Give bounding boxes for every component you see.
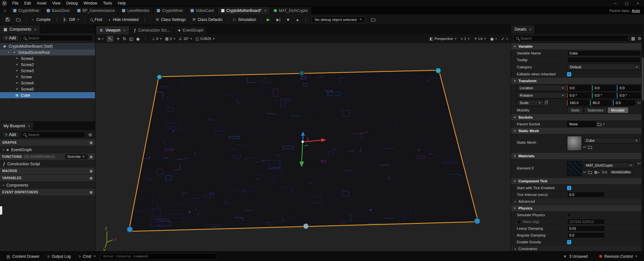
frame-skip-button[interactable]: ▶| — [273, 16, 283, 23]
menu-debug[interactable]: Debug — [63, 1, 80, 5]
add-blueprint-item-button[interactable]: +Add — [2, 131, 19, 138]
details-scrollbar-thumb[interactable] — [642, 57, 644, 101]
minimize-button[interactable]: ─ — [614, 1, 617, 5]
add-variable-icon[interactable]: ⊕ — [90, 176, 93, 180]
hide-unrelated-button[interactable]: ◐Hide Unrelated — [106, 16, 141, 23]
static-mesh-section-header[interactable]: ▼Static Mesh — [511, 128, 644, 134]
reset-to-default-icon[interactable]: ↩ — [638, 161, 641, 166]
maximize-button[interactable]: ▢ — [625, 1, 628, 5]
stop-button[interactable]: ■ — [284, 16, 292, 23]
slot-name-chip[interactable]: WorldGridMa — [609, 170, 633, 175]
details-search-input[interactable] — [521, 36, 626, 40]
tree-item-screw2[interactable]: ⌖Screw2 — [0, 62, 95, 68]
socket-clear-icon[interactable]: × — [603, 122, 605, 126]
add-macro-icon[interactable]: ⊕ — [90, 169, 93, 173]
simulation-button[interactable]: ▷Simulation — [230, 16, 259, 23]
material-thumbnail[interactable] — [567, 161, 582, 176]
parent-class-link[interactable]: Actor — [632, 9, 640, 13]
tab-viewport[interactable]: ◧Viewport× — [96, 26, 129, 34]
blueprint-settings-gear-icon[interactable]: ⚙ — [87, 132, 93, 137]
scale-x-field[interactable]: 160.0 — [567, 100, 589, 106]
my-blueprint-search[interactable] — [21, 131, 85, 138]
override-dropdown[interactable]: Override▼ — [65, 154, 88, 159]
collapsed-panel-handle[interactable] — [0, 206, 2, 215]
details-tab[interactable]: Details × — [511, 25, 535, 34]
components-tab[interactable]: ▦ Components × — [0, 25, 40, 34]
use-selected-asset-icon[interactable]: ↩ — [583, 145, 586, 149]
close-icon[interactable]: × — [34, 27, 36, 31]
details-search[interactable] — [514, 35, 629, 42]
tree-item-screw5[interactable]: ⌖Screw5 — [0, 86, 95, 92]
browse-asset-icon[interactable] — [588, 170, 592, 174]
play-button[interactable]: ▶ — [264, 16, 273, 23]
location-x-field[interactable]: 0.0 — [567, 85, 591, 91]
macros-section-header[interactable]: MACROS⊕ — [0, 168, 95, 175]
grid-snap-control[interactable]: ▦5▼ — [165, 36, 175, 41]
material-options-icon[interactable]: ▦▼ — [594, 170, 600, 174]
scale-dropdown[interactable]: Scale▼ — [517, 100, 544, 106]
components-search[interactable] — [21, 35, 93, 41]
tab-videocard[interactable]: VideoCard — [187, 7, 218, 14]
tab-mat-etchcrypto[interactable]: MAT_EtchCrypto — [270, 7, 312, 14]
scale-tool-icon[interactable]: ◱ — [129, 36, 133, 41]
variable-name-input[interactable] — [567, 50, 641, 56]
close-icon[interactable]: × — [529, 27, 531, 31]
tab-construction-script[interactable]: ƒConstruction Scr... — [130, 26, 174, 34]
tab-close-icon[interactable]: × — [264, 9, 266, 13]
my-blueprint-search-input[interactable] — [28, 133, 83, 137]
mobility-movable-button[interactable]: Movable — [607, 107, 629, 113]
rotate-tool-icon[interactable]: ↻ — [123, 36, 126, 41]
my-blueprint-tab[interactable]: My Blueprint × — [0, 122, 34, 130]
tab-basicdoor[interactable]: BasicDoor — [43, 7, 73, 14]
expander-icon[interactable]: ▸ — [3, 148, 4, 151]
variable-section-header[interactable]: ▼Variable — [511, 43, 644, 50]
view-mode-dropdown[interactable]: ☀Lit▼ — [474, 36, 486, 41]
rotation-y-field[interactable]: 0.0 ° — [592, 92, 616, 98]
compile-button[interactable]: ✓Compile — [28, 16, 53, 23]
browse-content-button[interactable] — [13, 16, 24, 23]
components-category-item[interactable]: ▸Components — [0, 182, 95, 189]
viewport-options-icon[interactable]: ≡▼ — [98, 36, 104, 41]
scale-z-field[interactable]: 0.5 — [613, 100, 635, 106]
variables-section-header[interactable]: VARIABLES⊕ — [0, 175, 95, 182]
browse-debug-button[interactable] — [368, 16, 378, 23]
home-icon[interactable]: ⌂ — [0, 7, 10, 14]
add-event-dispatcher-icon[interactable]: ⊕ — [90, 190, 93, 195]
location-dropdown[interactable]: Location▼ — [517, 85, 567, 91]
parent-socket-field[interactable]: None — [567, 121, 596, 127]
physics-section-header[interactable]: ▼Physics — [511, 205, 644, 212]
tree-item-root[interactable]: ◉CryptoMotherBoard (Self) — [0, 43, 95, 49]
display-filter-icon[interactable]: ▦ — [631, 36, 635, 41]
class-settings-button[interactable]: ⚙Class Settings — [153, 16, 188, 23]
viewport-3d-area[interactable]: ≡▼ ↖ ✛ ↻ ◱ ◉ ⋮ ⊥0▼ ▦5▼ ∠10°▼ ◱0.0625▼ — [95, 34, 511, 251]
tab-cryptominer-2[interactable]: CryptoMiner — [153, 7, 187, 14]
sockets-section-header[interactable]: ▼Sockets — [511, 114, 644, 121]
location-z-field[interactable]: 0.0 — [617, 85, 641, 91]
hide-unrelated-options-icon[interactable]: ⋮ — [142, 17, 148, 22]
enable-gravity-checkbox[interactable] — [567, 240, 571, 244]
menu-help[interactable]: Help — [115, 1, 129, 5]
details-settings-gear-icon[interactable]: ⚙ — [638, 36, 641, 41]
class-defaults-button[interactable]: ⚒Class Defaults — [189, 16, 225, 23]
add-graph-icon[interactable]: ⊕ — [90, 140, 93, 145]
use-selected-asset-icon[interactable]: ↩ — [583, 170, 586, 174]
static-mesh-thumbnail[interactable] — [567, 136, 582, 151]
scale-y-field[interactable]: 80.0 — [590, 100, 612, 106]
browse-asset-icon[interactable] — [588, 145, 592, 149]
find-button[interactable]: Find — [87, 16, 105, 23]
functions-section-header[interactable]: FUNCTIONS(19 OVERRIDABLE)Override▼⊕ — [0, 153, 95, 160]
mobility-stationary-button[interactable]: Stationary — [584, 107, 608, 113]
cmd-dropdown[interactable]: >Cmd▼ — [75, 253, 99, 260]
menu-view[interactable]: View — [49, 1, 63, 5]
transform-section-header[interactable]: ▼Transform — [511, 78, 644, 84]
revision-control-button[interactable]: Revision Control▼ — [596, 253, 641, 260]
viewport-effects-icon[interactable]: ✓▼ — [501, 36, 508, 41]
linear-damping-input[interactable] — [567, 226, 605, 231]
socket-browse-icon[interactable] — [597, 122, 601, 126]
output-log-button[interactable]: ≡Output Log — [44, 253, 74, 260]
graphs-section-header[interactable]: GRAPHS⊕ — [0, 139, 95, 146]
surface-snap-control[interactable]: ⊥0▼ — [152, 36, 162, 41]
add-function-icon[interactable]: ⊕ — [90, 155, 93, 159]
menu-edit[interactable]: Edit — [21, 1, 34, 5]
tick-interval-input[interactable] — [567, 192, 605, 198]
